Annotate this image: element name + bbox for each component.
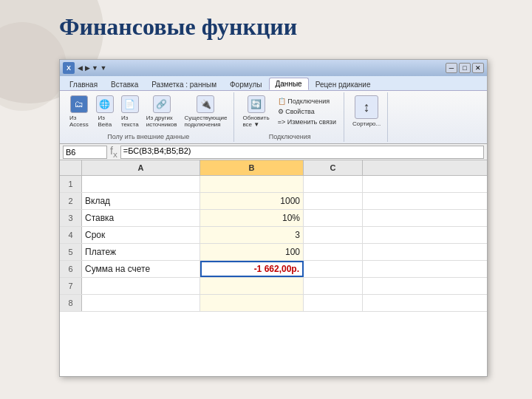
tab-formuly[interactable]: Формулы (223, 78, 269, 90)
conn-group-label: Подключения (269, 133, 311, 140)
cell-b1[interactable] (200, 176, 304, 192)
existing-conn-label: Существующиеподключения (184, 115, 227, 128)
table-row: 1 (60, 176, 487, 193)
formula-bar: B6 fx =БС(B3;B4;B5;B2) (60, 144, 487, 160)
ribbon-tabs: Главная Вставка Разметка : ранным Формул… (60, 76, 487, 91)
ribbon-group-connections: 🔄 Обновитьвсе ▼ 📋 Подключения ⚙ Свойства… (236, 92, 344, 142)
table-row: 5 Платеж 100 (60, 244, 487, 261)
cell-c3[interactable] (304, 210, 363, 226)
cell-a8[interactable] (82, 295, 200, 311)
cell-c8[interactable] (304, 295, 363, 311)
edit-links-button[interactable]: => Изменить связи (275, 117, 339, 126)
sort-icon: ↕ (355, 95, 378, 119)
cell-c7[interactable] (304, 278, 363, 294)
row-number: 1 (60, 176, 82, 192)
sort-button[interactable]: ↕ Сортиро... (350, 94, 383, 129)
row-number: 6 (60, 261, 82, 277)
ribbon-toolbar: 🗂 ИзAccess 🌐 ИзВеёа 📄 Изтекста 🔗 Из друг… (60, 91, 487, 144)
cell-c5[interactable] (304, 244, 363, 260)
window-controls: ─ □ ✕ (446, 63, 484, 73)
external-buttons: 🗂 ИзAccess 🌐 ИзВеёа 📄 Изтекста 🔗 Из друг… (67, 94, 229, 129)
ribbon-group-external: 🗂 ИзAccess 🌐 ИзВеёа 📄 Изтекста 🔗 Из друг… (63, 92, 234, 142)
spreadsheet: A B C 1 2 Вклад 1000 3 Ставка (60, 160, 487, 312)
ribbon-group-sort: ↕ Сортиро... (346, 92, 388, 142)
conn-small-buttons: 📋 Подключения ⚙ Свойства => Изменить свя… (275, 97, 339, 126)
cell-c4[interactable] (304, 227, 363, 243)
external-group-label: Полу ить внешние данные (107, 133, 189, 140)
corner-cell (60, 160, 82, 175)
cell-a5[interactable]: Платеж (82, 244, 200, 260)
cell-b2[interactable]: 1000 (200, 193, 304, 209)
cell-b6[interactable]: -1 662,00р. (200, 261, 304, 277)
from-text-label: Изтекста (121, 115, 139, 128)
cell-b5[interactable]: 100 (200, 244, 304, 260)
cell-a4[interactable]: Срок (82, 227, 200, 243)
title-bar: X ◀ ▶ ▼ ▼ ─ □ ✕ (60, 60, 487, 76)
properties-button[interactable]: ⚙ Свойства (275, 107, 339, 116)
page-title: Финансовые функции (59, 13, 297, 41)
cell-a6[interactable]: Сумма на счете (82, 261, 200, 277)
tab-dannye[interactable]: Данные (269, 78, 309, 90)
table-row: 6 Сумма на счете -1 662,00р. (60, 261, 487, 278)
from-access-button[interactable]: 🗂 ИзAccess (67, 94, 91, 129)
tab-vstavka[interactable]: Вставка (104, 78, 145, 90)
row-number: 3 (60, 210, 82, 226)
refresh-label: Обновитьвсе ▼ (242, 115, 269, 128)
row-number: 8 (60, 295, 82, 311)
column-headers: A B C (60, 160, 487, 176)
cell-c2[interactable] (304, 193, 363, 209)
other-icon: 🔗 (153, 95, 171, 113)
row-number: 4 (60, 227, 82, 243)
table-row: 7 (60, 278, 487, 295)
cell-b4[interactable]: 3 (200, 227, 304, 243)
cell-b8[interactable] (200, 295, 304, 311)
connections-icon: 🔌 (197, 95, 214, 113)
tab-glavnaya[interactable]: Главная (63, 78, 104, 90)
connections-buttons: 🔄 Обновитьвсе ▼ 📋 Подключения ⚙ Свойства… (240, 94, 339, 129)
cell-a3[interactable]: Ставка (82, 210, 200, 226)
cell-a2[interactable]: Вклад (82, 193, 200, 209)
cell-c6[interactable] (304, 261, 363, 277)
excel-window: X ◀ ▶ ▼ ▼ ─ □ ✕ Главная Вставка Разметка… (59, 59, 488, 377)
formula-separator: fx (110, 145, 117, 159)
table-row: 3 Ставка 10% (60, 210, 487, 227)
table-row: 4 Срок 3 (60, 227, 487, 244)
col-header-b: B (200, 160, 304, 175)
table-row: 8 (60, 295, 487, 312)
refresh-icon: 🔄 (248, 95, 265, 113)
existing-connections-button[interactable]: 🔌 Существующиеподключения (182, 94, 229, 129)
row-number: 5 (60, 244, 82, 260)
web-icon: 🌐 (96, 95, 114, 113)
cell-name-box[interactable]: B6 (63, 146, 107, 159)
from-web-button[interactable]: 🌐 ИзВеёа (94, 94, 116, 129)
row-number: 2 (60, 193, 82, 209)
cell-a1[interactable] (82, 176, 200, 192)
cell-b3[interactable]: 10% (200, 210, 304, 226)
refresh-all-button[interactable]: 🔄 Обновитьвсе ▼ (240, 94, 271, 129)
from-other-button[interactable]: 🔗 Из другихисточников (144, 94, 180, 129)
table-row: 2 Вклад 1000 (60, 193, 487, 210)
sort-label: Сортиро... (352, 120, 381, 127)
cell-b7[interactable] (200, 278, 304, 294)
col-header-a: A (82, 160, 200, 175)
row-number: 7 (60, 278, 82, 294)
cell-c1[interactable] (304, 176, 363, 192)
formula-input[interactable]: =БС(B3;B4;B5;B2) (120, 146, 484, 159)
spreadsheet-body: 1 2 Вклад 1000 3 Ставка 10% 4 (60, 176, 487, 312)
from-web-label: ИзВеёа (98, 115, 112, 128)
from-text-button[interactable]: 📄 Изтекста (119, 94, 141, 129)
text-icon: 📄 (121, 95, 139, 113)
excel-icon: X (63, 62, 75, 74)
from-access-label: ИзAccess (69, 115, 89, 128)
minimize-button[interactable]: ─ (446, 63, 457, 73)
tab-recenzirovaniye[interactable]: Рецен рдикание (309, 78, 378, 90)
cell-a7[interactable] (82, 278, 200, 294)
connections-small-button[interactable]: 📋 Подключения (275, 97, 339, 106)
col-header-c: C (304, 160, 363, 175)
sort-buttons: ↕ Сортиро... (350, 94, 383, 129)
close-button[interactable]: ✕ (472, 63, 484, 73)
maximize-button[interactable]: □ (459, 63, 471, 73)
from-other-label: Из другихисточников (146, 115, 177, 128)
title-bar-text: ◀ ▶ ▼ ▼ (78, 64, 106, 72)
tab-razmetka[interactable]: Разметка : ранным (145, 78, 223, 90)
